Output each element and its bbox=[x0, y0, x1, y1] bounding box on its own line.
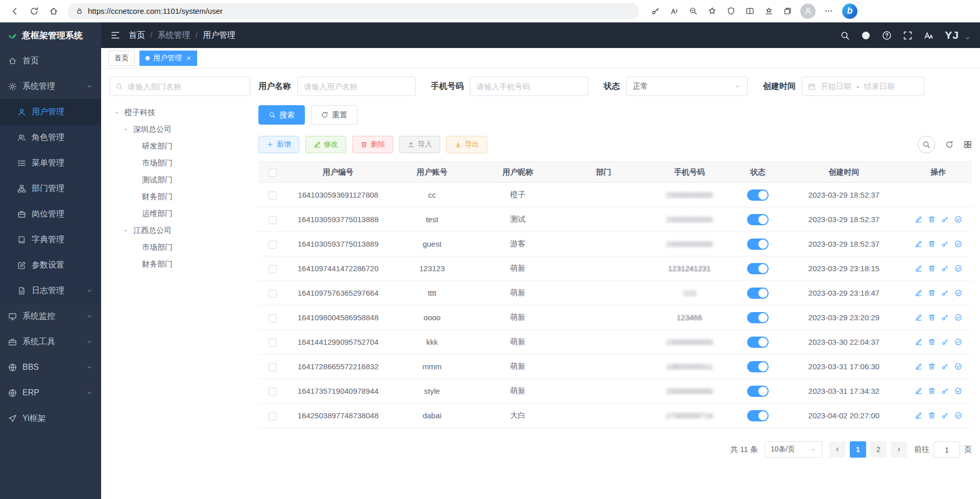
row-check-circle-icon[interactable] bbox=[954, 387, 962, 395]
sidebar-item-post[interactable]: 岗位管理 bbox=[0, 201, 101, 227]
back-icon[interactable] bbox=[6, 3, 23, 20]
star-add-icon[interactable] bbox=[703, 3, 721, 20]
row-checkbox[interactable] bbox=[269, 314, 277, 322]
table-row[interactable]: 1641030593775013889guest游客15000000000202… bbox=[258, 232, 972, 256]
tree-node[interactable]: 财务部门 bbox=[109, 188, 250, 205]
row-edit-icon[interactable] bbox=[915, 363, 922, 370]
row-checkbox[interactable] bbox=[269, 192, 277, 200]
status-toggle[interactable] bbox=[747, 239, 769, 250]
row-checkbox[interactable] bbox=[269, 363, 277, 371]
row-key-icon[interactable] bbox=[941, 289, 949, 297]
tree-node[interactable]: 测试部门 bbox=[109, 172, 250, 188]
goto-page-input[interactable] bbox=[934, 441, 960, 458]
table-row[interactable]: 1641735719040978944style萌新15000000000202… bbox=[258, 379, 972, 403]
status-toggle[interactable] bbox=[747, 214, 769, 225]
grid-icon[interactable] bbox=[964, 140, 972, 149]
status-select[interactable]: 正常 bbox=[626, 77, 748, 96]
row-key-icon[interactable] bbox=[941, 265, 949, 272]
sidebar-item-yi[interactable]: Yi框架 bbox=[0, 406, 101, 431]
status-toggle[interactable] bbox=[747, 386, 769, 397]
tab-用户管理[interactable]: 用户管理× bbox=[139, 51, 197, 66]
prev-page-button[interactable] bbox=[829, 441, 846, 458]
table-row[interactable]: 1641030593691127808cc橙子150000000002023-0… bbox=[258, 183, 972, 207]
breadcrumb-item[interactable]: 用户管理 bbox=[203, 30, 235, 41]
row-check-circle-icon[interactable] bbox=[954, 240, 962, 248]
next-page-button[interactable] bbox=[891, 441, 907, 458]
row-key-icon[interactable] bbox=[941, 216, 949, 223]
sidebar-item-menu[interactable]: 菜单管理 bbox=[0, 150, 101, 176]
row-key-icon[interactable] bbox=[941, 387, 949, 395]
reload-icon[interactable] bbox=[26, 3, 43, 20]
row-key-icon[interactable] bbox=[941, 412, 949, 419]
row-key-icon[interactable] bbox=[941, 338, 949, 346]
delete-button[interactable]: 删除 bbox=[352, 136, 393, 153]
status-toggle[interactable] bbox=[747, 361, 769, 372]
row-trash-icon[interactable] bbox=[928, 289, 936, 297]
shield-icon[interactable] bbox=[722, 3, 739, 20]
address-bar[interactable]: https://ccnetcore.com:1101/system/user bbox=[67, 3, 639, 19]
sidebar-item-system[interactable]: 系统管理 bbox=[0, 74, 101, 99]
home-icon[interactable] bbox=[45, 3, 62, 20]
read-aloud-icon[interactable] bbox=[665, 3, 683, 20]
favorites-bar-icon[interactable] bbox=[760, 3, 777, 20]
tree-node[interactable]: 市场部门 bbox=[109, 239, 250, 256]
row-check-circle-icon[interactable] bbox=[954, 412, 962, 419]
key-icon[interactable] bbox=[647, 3, 664, 20]
date-range-picker[interactable]: 开始日期 - 结束日期 bbox=[802, 77, 924, 96]
username-input[interactable] bbox=[297, 77, 416, 96]
status-toggle[interactable] bbox=[747, 263, 769, 274]
sidebar-item-param[interactable]: 参数设置 bbox=[0, 252, 101, 278]
sidebar-item-bbs[interactable]: BBS bbox=[0, 354, 101, 380]
collapse-menu-icon[interactable] bbox=[110, 30, 121, 40]
row-check-circle-icon[interactable] bbox=[954, 338, 962, 346]
row-checkbox[interactable] bbox=[269, 412, 277, 420]
row-edit-icon[interactable] bbox=[915, 240, 922, 248]
dept-search-input[interactable] bbox=[128, 82, 244, 91]
row-check-circle-icon[interactable] bbox=[954, 289, 962, 297]
table-row[interactable]: 1641728665572216832mmm萌新158000000112023-… bbox=[258, 354, 972, 379]
row-checkbox[interactable] bbox=[269, 388, 277, 396]
row-check-circle-icon[interactable] bbox=[954, 216, 962, 223]
tree-node[interactable]: 研发部门 bbox=[109, 138, 250, 155]
page-size-select[interactable]: 10条/页 bbox=[765, 441, 822, 458]
reset-button[interactable]: 重置 bbox=[311, 105, 357, 125]
phone-input[interactable] bbox=[470, 77, 588, 96]
row-trash-icon[interactable] bbox=[928, 216, 936, 223]
table-row[interactable]: 1641097441472286720123123萌新1231241231202… bbox=[258, 256, 972, 281]
status-toggle[interactable] bbox=[747, 189, 769, 201]
row-edit-icon[interactable] bbox=[915, 387, 922, 395]
breadcrumb-item[interactable]: 系统管理 bbox=[157, 30, 190, 41]
table-row[interactable]: 1641097576365297664tttt萌新1232023-03-29 2… bbox=[258, 281, 972, 305]
search-icon[interactable] bbox=[918, 136, 935, 153]
status-toggle[interactable] bbox=[747, 337, 769, 348]
search-button[interactable]: 搜索 bbox=[258, 105, 305, 125]
page-button-2[interactable]: 2 bbox=[870, 441, 887, 458]
sidebar-item-erp[interactable]: ERP bbox=[0, 380, 101, 406]
select-all-checkbox[interactable] bbox=[269, 169, 277, 177]
search-icon[interactable] bbox=[840, 31, 850, 40]
more-icon[interactable] bbox=[820, 3, 837, 20]
table-row[interactable]: 1641098004586958848oooo萌新1234662023-03-2… bbox=[258, 305, 972, 330]
row-edit-icon[interactable] bbox=[915, 338, 922, 346]
split-screen-icon[interactable] bbox=[741, 3, 758, 20]
tree-node[interactable]: 橙子科技 bbox=[109, 104, 250, 121]
row-key-icon[interactable] bbox=[941, 363, 949, 370]
tree-node[interactable]: 市场部门 bbox=[109, 155, 250, 172]
row-check-circle-icon[interactable] bbox=[954, 363, 962, 370]
row-key-icon[interactable] bbox=[941, 314, 949, 321]
edit-button[interactable]: 修改 bbox=[305, 136, 346, 153]
question-icon[interactable] bbox=[882, 31, 892, 40]
row-trash-icon[interactable] bbox=[928, 265, 936, 272]
bing-icon[interactable]: b bbox=[842, 4, 857, 19]
collections-icon[interactable] bbox=[779, 3, 796, 20]
row-trash-icon[interactable] bbox=[928, 363, 936, 370]
row-checkbox[interactable] bbox=[269, 265, 277, 273]
tree-node[interactable]: 江西总公司 bbox=[109, 222, 250, 239]
status-toggle[interactable] bbox=[747, 410, 769, 421]
table-row[interactable]: 1642503897748738048dabai大白17300000714202… bbox=[258, 403, 972, 428]
row-edit-icon[interactable] bbox=[915, 265, 922, 272]
row-edit-icon[interactable] bbox=[915, 216, 922, 223]
zoom-out-icon[interactable] bbox=[684, 3, 702, 20]
tab-首页[interactable]: 首页 bbox=[108, 51, 135, 66]
fullscreen-icon[interactable] bbox=[903, 31, 913, 40]
